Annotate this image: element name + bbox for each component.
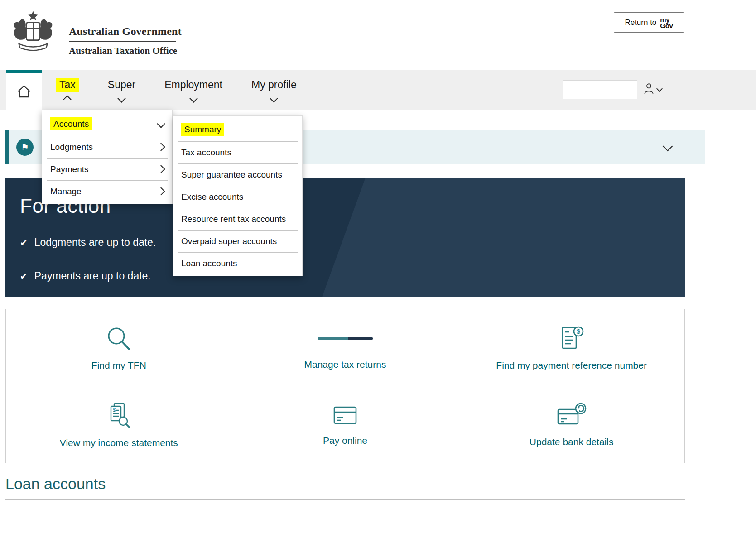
statements-magnifier-icon: $ (104, 401, 133, 430)
status-lodgments: ✔ Lodgments are up to date. (20, 236, 685, 249)
menu-item-accounts[interactable]: Accounts (42, 112, 172, 136)
tile-pay-online[interactable]: Pay online (232, 386, 459, 463)
section-divider (5, 499, 685, 500)
dept-title: Australian Taxation Office (69, 45, 182, 57)
menu-item-lodgments[interactable]: Lodgments (42, 136, 172, 158)
submenu-item-tax-accounts[interactable]: Tax accounts (173, 141, 302, 163)
invoice-dollar-icon: $ (557, 325, 586, 353)
submenu-item-loan-accounts-label: Loan accounts (181, 258, 237, 269)
progress-bar-icon (318, 337, 373, 340)
nav-item-super[interactable]: Super (108, 79, 135, 101)
card-refresh-icon (555, 402, 588, 429)
submenu-item-overpaid-super-accounts-label: Overpaid super accounts (181, 235, 277, 247)
chevron-down-icon (270, 94, 278, 102)
status-payments-text: Payments are up to date. (34, 270, 151, 282)
submenu-item-resource-rent-tax-accounts[interactable]: Resource rent tax accounts (173, 208, 302, 230)
check-icon: ✔ (20, 272, 28, 281)
home-icon (17, 85, 31, 98)
tile-find-payment-reference-number[interactable]: $ Find my payment reference number (458, 309, 685, 386)
nav-item-tax-label: Tax (56, 78, 79, 92)
chevron-down-icon (656, 85, 663, 91)
tile-label: Manage tax returns (304, 359, 386, 370)
tile-label: View my income statements (60, 437, 178, 448)
chevron-up-icon (63, 95, 72, 103)
nav-item-my-profile[interactable]: My profile (251, 79, 297, 101)
page-section-title: Loan accounts (5, 475, 685, 493)
status-lodgments-text: Lodgments are up to date. (34, 236, 156, 249)
search-input[interactable] (563, 80, 637, 99)
magnifier-icon (105, 325, 133, 353)
chevron-down-icon (189, 94, 197, 102)
quick-links-grid: Find my TFN Manage tax returns $ Find my… (5, 309, 685, 463)
svg-text:$: $ (113, 407, 116, 413)
chevron-right-icon (157, 165, 165, 173)
tile-manage-tax-returns[interactable]: Manage tax returns (232, 309, 459, 386)
submenu-item-summary[interactable]: Summary (173, 117, 302, 141)
person-icon (644, 83, 654, 94)
menu-item-manage[interactable]: Manage (42, 180, 172, 202)
submenu-item-tax-accounts-label: Tax accounts (181, 147, 231, 158)
flag-icon: ⚑ (16, 139, 34, 156)
submenu-item-super-guarantee-accounts[interactable]: Super guarantee accounts (173, 163, 302, 186)
nav-item-super-label: Super (108, 79, 135, 91)
status-payments: ✔ Payments are up to date. (20, 270, 685, 282)
submenu-item-summary-label: Summary (181, 123, 224, 136)
menu-item-manage-label: Manage (50, 186, 82, 197)
mygov-logo-line2: Gov (660, 23, 673, 29)
menu-item-accounts-label: Accounts (50, 117, 92, 130)
svg-text:$: $ (577, 328, 580, 335)
return-to-label: Return to (625, 18, 656, 27)
tile-find-my-tfn[interactable]: Find my TFN (6, 309, 232, 386)
coat-of-arms-icon (6, 10, 60, 56)
submenu-item-overpaid-super-accounts[interactable]: Overpaid super accounts (173, 230, 302, 252)
mygov-logo: my Gov (660, 17, 673, 29)
ato-online-services-page: Australian Government Australian Taxatio… (0, 0, 756, 538)
nav-item-tax[interactable]: Tax (56, 78, 79, 102)
nav-item-employment[interactable]: Employment (164, 79, 222, 101)
tax-dropdown-menu: Accounts Lodgments Payments Manage (42, 110, 173, 204)
logo-divider (69, 41, 176, 42)
menu-item-payments-label: Payments (50, 163, 88, 175)
tile-label: Find my TFN (91, 360, 146, 371)
nav-item-my-profile-label: My profile (251, 79, 297, 91)
return-to-mygov-button[interactable]: Return to my Gov (614, 12, 684, 33)
menu-item-lodgments-label: Lodgments (50, 141, 93, 153)
banner-expand-chevron-icon[interactable] (663, 141, 673, 152)
accounts-submenu: Summary Tax accounts Super guarantee acc… (173, 115, 303, 276)
tile-update-bank-details[interactable]: Update bank details (458, 386, 685, 463)
site-header: Australian Government Australian Taxatio… (0, 0, 756, 70)
gov-title: Australian Government (69, 25, 182, 38)
flag-glyph: ⚑ (21, 142, 29, 153)
nav-item-employment-label: Employment (164, 79, 222, 91)
check-icon: ✔ (20, 238, 28, 247)
main-nav: Tax Super Employment My profile (0, 70, 756, 110)
submenu-item-loan-accounts[interactable]: Loan accounts (173, 252, 302, 274)
tile-view-income-statements[interactable]: $ View my income statements (6, 386, 232, 463)
user-menu[interactable] (644, 83, 662, 94)
nav-items: Tax Super Employment My profile (56, 70, 297, 110)
submenu-item-resource-rent-tax-accounts-label: Resource rent tax accounts (181, 213, 286, 225)
submenu-item-super-guarantee-accounts-label: Super guarantee accounts (181, 169, 282, 180)
chevron-down-icon (157, 120, 165, 128)
ato-logo: Australian Government Australian Taxatio… (6, 7, 182, 57)
credit-card-icon (331, 404, 360, 428)
chevron-down-icon (117, 94, 125, 102)
tile-label: Update bank details (530, 437, 614, 447)
submenu-item-excise-accounts[interactable]: Excise accounts (173, 186, 302, 208)
chevron-right-icon (157, 143, 165, 151)
home-tab[interactable] (6, 70, 42, 110)
chevron-right-icon (157, 187, 165, 195)
logo-text: Australian Government Australian Taxatio… (69, 25, 182, 57)
submenu-item-excise-accounts-label: Excise accounts (181, 191, 243, 202)
tile-label: Pay online (323, 435, 367, 446)
menu-item-payments[interactable]: Payments (42, 158, 172, 180)
tile-label: Find my payment reference number (496, 360, 647, 371)
